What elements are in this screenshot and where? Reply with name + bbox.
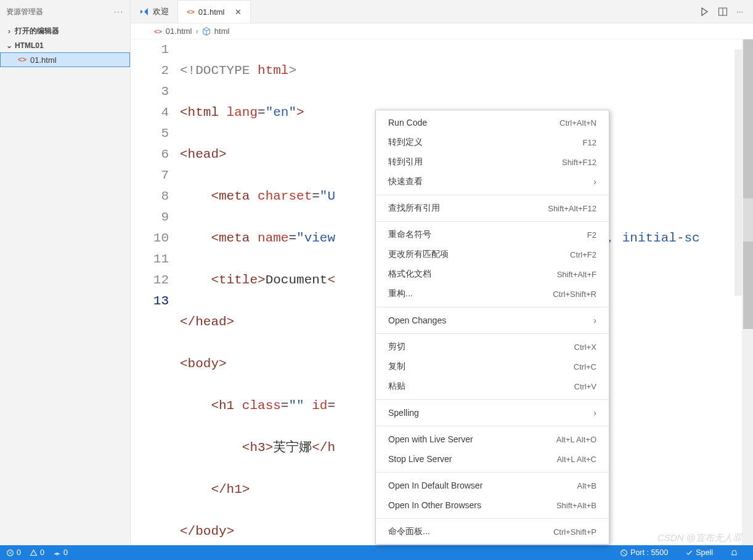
status-warnings[interactable]: 0 <box>30 548 44 557</box>
cm-spelling[interactable]: Spelling› <box>376 403 609 423</box>
tab-bar: 欢迎 <> 01.html ✕ ··· <box>131 0 753 23</box>
breadcrumb-separator: › <box>196 26 198 36</box>
file-item-01-html[interactable]: <> 01.html <box>0 52 130 67</box>
vscode-icon <box>139 7 149 17</box>
section-open-editors[interactable]: › 打开的编辑器 <box>0 23 130 39</box>
minimap[interactable] <box>735 49 742 296</box>
tab-01-html-label: 01.html <box>198 7 225 17</box>
tab-welcome-label: 欢迎 <box>153 6 169 17</box>
cm-open-changes[interactable]: Open Changes› <box>376 310 609 330</box>
status-spell[interactable]: Spell <box>685 548 713 557</box>
html-file-icon: <> <box>187 8 195 15</box>
scrollbar-track-mark <box>743 198 753 241</box>
cm-change-all[interactable]: 更改所有匹配项Ctrl+F2 <box>376 245 609 264</box>
line-numbers: 1 2 3 4 5 6 7 8 9 10 11 12 13 <box>131 39 180 545</box>
status-port[interactable]: Port : 5500 <box>620 548 668 557</box>
chevron-right-icon: › <box>593 315 596 325</box>
tab-01-html[interactable]: <> 01.html ✕ <box>178 0 251 23</box>
watermark: CSDN @宣布无人罪 <box>657 532 742 544</box>
svg-line-7 <box>622 551 626 555</box>
cm-copy[interactable]: 复制Ctrl+C <box>376 357 609 376</box>
html-file-icon: <> <box>18 55 26 64</box>
breadcrumb-file[interactable]: 01.html <box>166 26 192 36</box>
html-file-icon: <> <box>154 28 162 35</box>
cm-goto-definition[interactable]: 转到定义F12 <box>376 132 609 152</box>
cm-paste[interactable]: 粘贴Ctrl+V <box>376 376 609 396</box>
cm-peek[interactable]: 快速查看› <box>376 172 609 192</box>
breadcrumbs[interactable]: <> 01.html › html <box>131 23 753 39</box>
cm-goto-reference[interactable]: 转到引用Shift+F12 <box>376 152 609 172</box>
status-errors[interactable]: 0 <box>6 548 21 557</box>
run-icon[interactable] <box>699 7 709 17</box>
status-bar: 0 0 0 Port : 5500 Spell <box>0 545 753 560</box>
breadcrumb-symbol[interactable]: html <box>214 26 230 36</box>
explorer-title: 资源管理器 <box>6 7 43 17</box>
chevron-right-icon: › <box>593 408 596 418</box>
cm-cut[interactable]: 剪切Ctrl+X <box>376 337 609 357</box>
scrollbar-thumb[interactable] <box>743 39 753 329</box>
status-radio[interactable]: 0 <box>53 548 68 557</box>
context-menu: Run CodeCtrl+Alt+N 转到定义F12 转到引用Shift+F12… <box>375 110 609 545</box>
cm-find-all-refs[interactable]: 查找所有引用Shift+Alt+F12 <box>376 198 609 218</box>
cm-stop-live-server[interactable]: Stop Live ServerAlt+L Alt+C <box>376 449 609 469</box>
svg-point-5 <box>56 554 57 555</box>
cm-refactor[interactable]: 重构...Ctrl+Shift+R <box>376 284 609 304</box>
cm-format-document[interactable]: 格式化文档Shift+Alt+F <box>376 264 609 284</box>
status-bell-icon[interactable] <box>730 548 738 557</box>
cm-open-live-server[interactable]: Open with Live ServerAlt+L Alt+O <box>376 429 609 449</box>
section-folder[interactable]: ⌄ HTML01 <box>0 39 130 52</box>
chevron-down-icon: ⌄ <box>6 41 12 50</box>
symbol-icon <box>202 27 211 36</box>
file-name-label: 01.html <box>30 55 57 65</box>
chevron-right-icon: › <box>6 27 12 36</box>
split-editor-icon[interactable] <box>718 7 728 17</box>
cm-rename-symbol[interactable]: 重命名符号F2 <box>376 225 609 245</box>
cm-run-code[interactable]: Run CodeCtrl+Alt+N <box>376 113 609 132</box>
cm-open-other-browsers[interactable]: Open In Other BrowsersShift+Alt+B <box>376 495 609 515</box>
cm-command-palette[interactable]: 命令面板...Ctrl+Shift+P <box>376 522 609 542</box>
tab-welcome[interactable]: 欢迎 <box>131 0 178 23</box>
explorer-header: 资源管理器 ··· <box>0 0 130 23</box>
explorer-more-icon[interactable]: ··· <box>114 7 124 16</box>
folder-name-label: HTML01 <box>15 41 44 50</box>
chevron-right-icon: › <box>593 177 596 187</box>
open-editors-label: 打开的编辑器 <box>15 26 59 36</box>
sidebar: 资源管理器 ··· › 打开的编辑器 ⌄ HTML01 <> 01.html <box>0 0 131 545</box>
scrollbar[interactable] <box>742 39 753 545</box>
close-tab-button[interactable]: ✕ <box>235 7 242 17</box>
more-actions-icon[interactable]: ··· <box>736 7 743 16</box>
cm-open-default-browser[interactable]: Open In Default BrowserAlt+B <box>376 476 609 495</box>
